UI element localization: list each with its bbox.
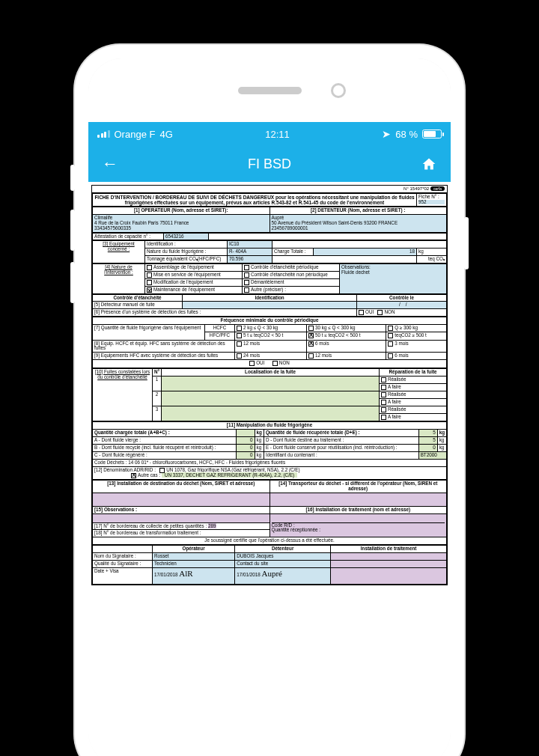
checkbox[interactable] [381, 400, 386, 405]
kg1: kg [257, 430, 262, 435]
checkbox[interactable] [249, 361, 255, 366]
detenteur-siret: 23456789000001 [272, 226, 445, 231]
checkbox[interactable] [237, 333, 242, 338]
r14: [14] Transporteur du déchet - si différe… [278, 481, 437, 491]
f7d: 5 t ≤ teqCO2 < 50 t [243, 333, 283, 338]
checkbox[interactable] [381, 385, 386, 390]
f7c: Q ≥ 300 kg [395, 326, 418, 331]
m24: 24 mois [243, 353, 260, 359]
form-title: FICHE D'INTERVENTION / BORDEREAU DE SUIV… [93, 193, 417, 206]
home-button[interactable] [421, 156, 437, 171]
checkbox[interactable] [272, 361, 278, 366]
checkbox[interactable] [237, 353, 242, 359]
r12: [12] Dénomination ADR/RID : [94, 467, 156, 472]
checkbox[interactable] [237, 326, 242, 331]
operator-header: [1] OPERATEUR (Nom, adresse et SIRET): [134, 207, 228, 213]
back-button[interactable]: ← [102, 154, 118, 174]
checkbox[interactable] [147, 265, 152, 270]
row-nom: Nom du Signataire : [93, 553, 153, 561]
det-sig-qual: Contact du site [235, 561, 331, 568]
fiche-number: 952 [418, 200, 445, 205]
status-bar: Orange F 4G 12:11 ➤ 68 % [88, 122, 451, 146]
checkbox[interactable] [159, 468, 165, 473]
m6b: 6 mois [395, 353, 409, 359]
nature-label: [4] Nature de l'intervention : [93, 264, 145, 293]
checkbox-checked[interactable] [147, 287, 152, 293]
kg7: kg [255, 451, 264, 459]
ctrl-ident: Identification [255, 295, 284, 300]
f7b: 30 kg ≤ Q < 300 kg [315, 326, 355, 331]
phone-side-button [70, 210, 75, 251]
checkbox-checked[interactable] [131, 473, 136, 478]
checkbox[interactable] [381, 392, 386, 397]
checkbox[interactable] [381, 377, 386, 382]
col-inst: Installation de traitement [361, 546, 417, 551]
f7a: 2 kg ≤ Q < 30 kg [243, 326, 278, 331]
oui: OUI [365, 310, 374, 315]
detenteur-header: [2] DETENTEUR (Nom, adresse et SIRET) : [311, 207, 406, 213]
opt-dem: Démantèlement [251, 279, 284, 284]
afaire3: A faire [388, 414, 401, 419]
m12b: 12 mois [315, 353, 332, 359]
checkbox[interactable] [308, 326, 314, 331]
kg6: kg [437, 444, 446, 451]
r7-label: [7] Quantité de fluide frigorigène dans … [93, 325, 205, 340]
le: E - Dont fluide conservé pour réutilisat… [264, 444, 418, 451]
adr2-lab: Autre cas : [138, 472, 160, 478]
non2: NON [279, 361, 290, 366]
phone-side-button [70, 165, 75, 191]
kg3: kg [255, 436, 264, 444]
opt-assemblage: Assemblage de l'équipement [153, 264, 214, 269]
r5-label: [5] Détecteur manuel de fuite [93, 302, 183, 309]
checkbox[interactable] [244, 280, 249, 285]
eq-charge-label: Charge Totale : [272, 249, 314, 256]
document-viewport[interactable]: N° 15497*02 cerfa FICHE D'INTERVENTION /… [88, 182, 451, 756]
carrier-label: Orange F [115, 129, 156, 140]
qr-label: Quantité de fluide récupérée totale (D+E… [266, 430, 360, 435]
opt-cenp: Contrôle d'étanchéité non périodique [251, 272, 328, 277]
r11-header: [11] Manipulation du fluide frigorigène [93, 422, 447, 430]
row-qual: Qualité du Signataire : [93, 561, 153, 568]
page-title: FI BSD [248, 156, 291, 172]
checkbox-checked[interactable] [308, 341, 314, 347]
opt-maint: Maintenance de l'équipement [153, 287, 215, 292]
equipment-label: [3] Equipement concerné : [93, 241, 145, 263]
qr-val: 5 [418, 429, 437, 436]
form-number: N° 15497*02 [404, 186, 429, 191]
col-n: N° [154, 369, 159, 374]
ctrl-le: Contrôle le [389, 295, 414, 300]
clock: 12:11 [265, 129, 290, 140]
checkbox[interactable] [377, 310, 383, 315]
checkbox[interactable] [244, 287, 249, 293]
operator-siret: 33434575600335 [94, 226, 268, 231]
code-dechets: Code Déchets : 14 06 01* - chlorofluoroc… [93, 459, 447, 466]
checkbox[interactable] [237, 341, 242, 347]
checkbox[interactable] [244, 265, 249, 270]
eq-charge: 18 [314, 249, 417, 256]
checkbox[interactable] [388, 333, 393, 338]
checkbox[interactable] [381, 407, 386, 412]
col-op: Opérateur [183, 546, 205, 551]
realisee3: Réalisée [388, 406, 406, 412]
fiche-label: Fiche N° : [418, 194, 439, 199]
opt-mes: Mise en service de l'équipement [153, 272, 221, 277]
checkbox[interactable] [381, 415, 386, 420]
det-signature: Aupré [261, 569, 282, 578]
r15: [15] Observations : [94, 507, 137, 512]
kg2: kg [439, 430, 445, 435]
op-date: 17/01/2018 [154, 572, 178, 577]
checkbox[interactable] [388, 341, 393, 347]
phone-notch [88, 58, 451, 122]
checkbox[interactable] [147, 272, 152, 278]
checkbox[interactable] [388, 326, 393, 331]
checkbox[interactable] [147, 280, 152, 285]
checkbox[interactable] [388, 353, 393, 359]
checkbox-checked[interactable] [308, 333, 314, 338]
r17: [17] N° de bordereau de collecte de peti… [94, 523, 207, 528]
freq-header: Fréquence minimale du contrôle périodiqu… [93, 317, 447, 325]
checkbox[interactable] [359, 310, 364, 315]
m12: 12 mois [243, 341, 260, 346]
checkbox[interactable] [244, 272, 249, 278]
eq-tonnage-label: Tonnage équivalent CO₂(HFC/PFC) [145, 256, 228, 263]
checkbox[interactable] [308, 353, 314, 359]
